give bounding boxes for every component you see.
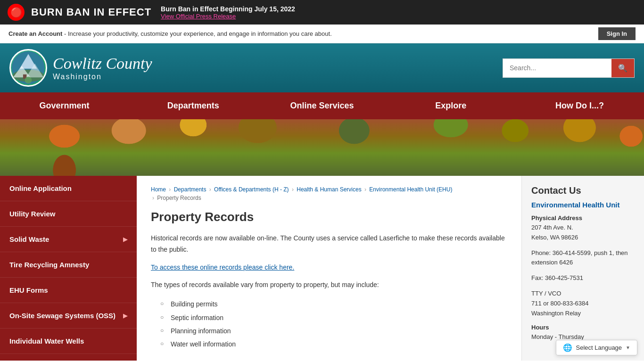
page-title: Property Records bbox=[151, 210, 507, 224]
burn-ban-link[interactable]: View Official Press Release bbox=[161, 13, 295, 20]
nav-item-government[interactable]: Government bbox=[0, 92, 129, 119]
list-item: Water well information bbox=[160, 337, 507, 351]
account-bar-text: Create an Account - Increase your produc… bbox=[8, 30, 332, 37]
contact-phone: Phone: 360-414-5599, push 1, then extens… bbox=[531, 248, 635, 268]
burn-ban-banner: 🔴 BURN BAN IN EFFECT Burn Ban in Effect … bbox=[0, 0, 644, 25]
content-para-2: The types of records available vary from… bbox=[151, 280, 507, 291]
sign-in-button[interactable]: Sign In bbox=[598, 27, 636, 40]
breadcrumb-home[interactable]: Home bbox=[151, 186, 166, 193]
chevron-down-icon: ▼ bbox=[626, 345, 630, 350]
breadcrumb-ehu[interactable]: Environmental Health Unit (EHU) bbox=[369, 186, 452, 193]
burn-ban-icon: 🔴 bbox=[8, 4, 25, 21]
sidebar-item-utility-review[interactable]: Utility Review bbox=[0, 201, 137, 227]
create-account-link[interactable]: Create an Account bbox=[8, 30, 62, 37]
main-layout: Online Application Utility Review Solid … bbox=[0, 176, 644, 361]
content-link-wrapper: To access these online records please cl… bbox=[151, 262, 507, 273]
contact-fax: Fax: 360-425-7531 bbox=[531, 273, 635, 283]
breadcrumb-departments[interactable]: Departments bbox=[174, 186, 206, 193]
list-item: Building permits bbox=[160, 297, 507, 311]
content-para-1: Historical records are now available on-… bbox=[151, 233, 507, 255]
record-list: Building permits Septic information Plan… bbox=[160, 297, 507, 351]
language-selector[interactable]: 🌐 Select Language ▼ bbox=[556, 340, 638, 355]
search-icon: 🔍 bbox=[618, 64, 627, 72]
contact-address-label: Physical Address bbox=[531, 214, 635, 222]
breadcrumb-offices[interactable]: Offices & Departments (H - Z) bbox=[214, 186, 289, 193]
contact-tty: TTY / VCO 711 or 800-833-6384 Washington… bbox=[531, 289, 635, 318]
nav-item-departments[interactable]: Departments bbox=[129, 92, 257, 119]
logo-circle bbox=[9, 49, 47, 87]
contact-address: 207 4th Ave. N. Kelso, WA 98626 bbox=[531, 223, 635, 243]
sidebar-item-ehu-forms[interactable]: EHU Forms bbox=[0, 278, 137, 303]
breadcrumb-current: Property Records bbox=[157, 195, 201, 201]
contact-title: Contact Us bbox=[531, 185, 635, 196]
logo-area: Cowlitz County Washington bbox=[9, 49, 152, 87]
breadcrumb-hhs[interactable]: Health & Human Services bbox=[297, 186, 361, 193]
chevron-right-icon-2: ▶ bbox=[123, 313, 127, 319]
burn-ban-date: Burn Ban in Effect Beginning July 15, 20… bbox=[161, 5, 295, 13]
nav-item-how-do-i[interactable]: How Do I...? bbox=[515, 92, 644, 119]
content-area: Home › Departments › Offices & Departmen… bbox=[137, 176, 521, 361]
burn-ban-title: BURN BAN IN EFFECT bbox=[31, 6, 151, 18]
sidebar-item-oss[interactable]: On-Site Sewage Systems (OSS) ▶ bbox=[0, 303, 137, 329]
hero-trees bbox=[0, 119, 644, 176]
globe-icon: 🌐 bbox=[563, 343, 572, 352]
sidebar-item-solid-waste[interactable]: Solid Waste ▶ bbox=[0, 227, 137, 252]
sidebar-item-individual-water-wells[interactable]: Individual Water Wells bbox=[0, 329, 137, 354]
list-item: Planning information bbox=[160, 324, 507, 337]
contact-hours-label: Hours bbox=[531, 324, 635, 331]
sidebar: Online Application Utility Review Solid … bbox=[0, 176, 137, 361]
site-name: Cowlitz County Washington bbox=[53, 55, 152, 81]
search-input[interactable] bbox=[503, 59, 611, 76]
breadcrumb: Home › Departments › Offices & Departmen… bbox=[151, 185, 507, 202]
contact-sidebar: Contact Us Environmental Health Unit Phy… bbox=[521, 176, 644, 361]
hero-banner bbox=[0, 119, 644, 176]
sidebar-item-tire-recycling[interactable]: Tire Recycling Amnesty bbox=[0, 252, 137, 278]
chevron-right-icon: ▶ bbox=[123, 236, 127, 243]
account-bar: Create an Account - Increase your produc… bbox=[0, 25, 644, 43]
main-nav: Government Departments Online Services E… bbox=[0, 92, 644, 119]
burn-ban-detail: Burn Ban in Effect Beginning July 15, 20… bbox=[161, 5, 295, 20]
site-header: Cowlitz County Washington 🔍 bbox=[0, 43, 644, 92]
nav-item-online-services[interactable]: Online Services bbox=[257, 92, 386, 119]
search-box: 🔍 bbox=[503, 58, 635, 78]
search-area: 🔍 bbox=[503, 58, 635, 78]
search-button[interactable]: 🔍 bbox=[611, 59, 634, 77]
contact-department: Environmental Health Unit bbox=[531, 201, 635, 209]
sidebar-item-online-application[interactable]: Online Application bbox=[0, 176, 137, 201]
svg-point-6 bbox=[25, 77, 32, 84]
records-link[interactable]: To access these online records please cl… bbox=[151, 263, 294, 271]
language-selector-label: Select Language bbox=[576, 344, 622, 351]
nav-item-explore[interactable]: Explore bbox=[387, 92, 515, 119]
list-item: Septic information bbox=[160, 311, 507, 324]
